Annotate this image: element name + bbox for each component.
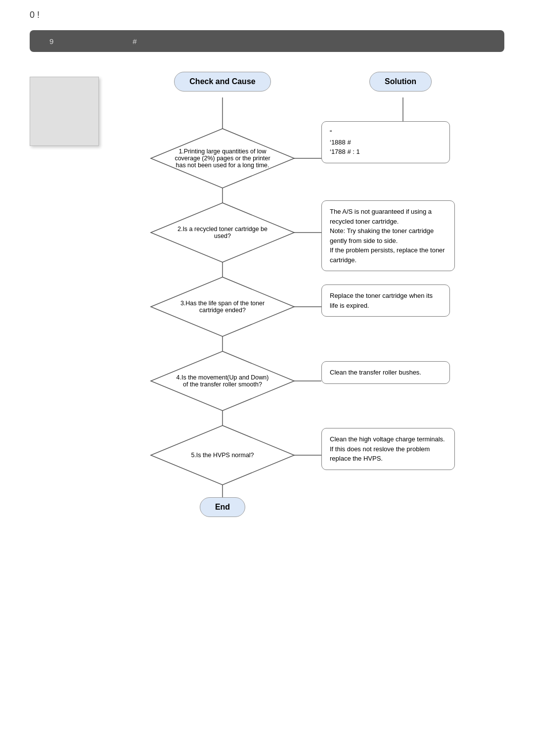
solution-box-5: Clean the high voltage charge terminals.… — [321, 428, 455, 470]
page-header: 0 ! — [0, 0, 534, 25]
diamond-2-text: 2.Is a recycled toner cartridge be used? — [168, 223, 277, 242]
solution-header: Solution — [336, 72, 465, 92]
nav-item-1: 9 — [49, 37, 53, 46]
solution-box-3: Replace the toner cartridge when its lif… — [321, 284, 450, 317]
diamond-5-text: 5.Is the HVPS normal? — [188, 449, 256, 461]
diamond-1: 1.Printing large quantities of low cover… — [148, 126, 297, 190]
solution-box-2: The A/S is not guaranteed if using a rec… — [321, 200, 455, 271]
end-node: End — [158, 497, 287, 517]
diamond-3-text: 3.Has the life span of the toner cartrid… — [168, 297, 277, 316]
end-pill: End — [200, 497, 245, 517]
solution-3-text: Replace the toner cartridge when its lif… — [330, 292, 433, 309]
flowchart: Check and Cause Solution 1.Printing larg… — [109, 67, 504, 636]
diamond-4-text: 4.Is the movement(Up and Down) of the tr… — [171, 372, 274, 390]
page-label: 0 ! — [30, 10, 40, 20]
left-col — [30, 67, 109, 636]
solution-5-text: Clean the high voltage charge terminals.… — [330, 435, 445, 462]
solution-box-4: Clean the transfer roller bushes. — [321, 361, 450, 384]
diamond-4: 4.Is the movement(Up and Down) of the tr… — [148, 349, 297, 413]
diagram-area: Check and Cause Solution 1.Printing larg… — [30, 67, 504, 636]
solution-pill: Solution — [369, 72, 432, 92]
nav-item-2: # — [133, 37, 136, 46]
nav-bar: 9 # — [30, 30, 504, 52]
diamond-2: 2.Is a recycled toner cartridge be used? — [148, 200, 297, 265]
solution-4-text: Clean the transfer roller bushes. — [330, 369, 421, 376]
diamond-3: 3.Has the life span of the toner cartrid… — [148, 275, 297, 339]
diamond-1-text: 1.Printing large quantities of low cover… — [168, 145, 277, 171]
solution-2-text: The A/S is not guaranteed if using a rec… — [330, 208, 445, 264]
check-cause-pill: Check and Cause — [174, 72, 270, 92]
solution-box-1: “ ‘1888 # ‘1788 # : 1 — [321, 121, 450, 163]
diamond-5: 5.Is the HVPS normal? — [148, 423, 297, 487]
image-placeholder — [30, 77, 99, 146]
check-cause-header: Check and Cause — [158, 72, 287, 92]
solution-1-content: “ ‘1888 # ‘1788 # : 1 — [330, 128, 442, 157]
